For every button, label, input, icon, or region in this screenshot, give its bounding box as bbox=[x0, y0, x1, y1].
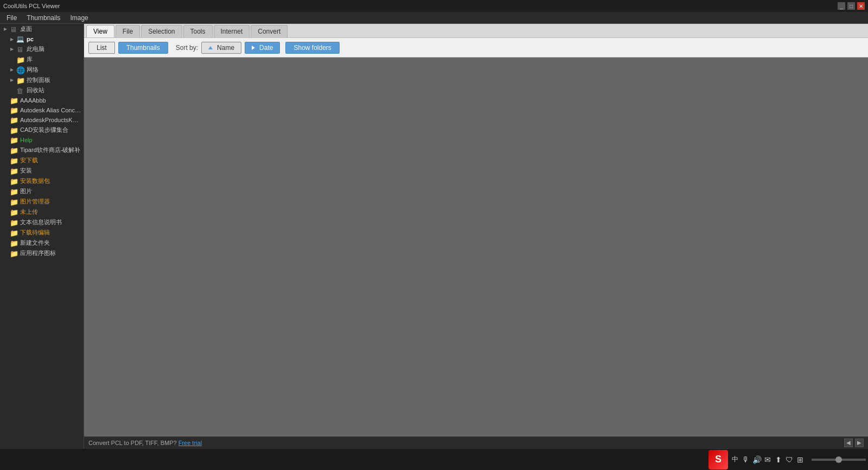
sidebar-item-newfolder[interactable]: 📁 新建文件夹 bbox=[0, 238, 84, 248]
sort-by-label: Sort by: bbox=[176, 44, 198, 52]
menu-file[interactable]: File bbox=[2, 13, 21, 23]
free-trial-link[interactable]: Free trial bbox=[178, 440, 202, 446]
taskbar-icon-grid[interactable]: ⊞ bbox=[795, 455, 805, 465]
sidebar-label-pc: pc bbox=[27, 36, 34, 42]
sidebar-item-autodesk-alias[interactable]: 📁 Autodesk Alias Concept 20 bbox=[0, 105, 84, 115]
tab-view[interactable]: View bbox=[86, 25, 114, 37]
zoom-thumb bbox=[835, 456, 842, 463]
sidebar-item-installpkg[interactable]: 📁 安装数据包 bbox=[0, 176, 84, 186]
list-view-button[interactable]: List bbox=[88, 42, 115, 54]
sidebar-label-install: 安装 bbox=[20, 167, 32, 175]
sidebar-item-cad[interactable]: 📁 CAD安装步骤集合 bbox=[0, 125, 84, 135]
sidebar-label-picmanager: 图片管理器 bbox=[20, 198, 50, 206]
toggle-icon: ▶ bbox=[2, 26, 9, 33]
folder-icon: 📁 bbox=[10, 177, 18, 185]
sort-name-button[interactable]: Name bbox=[201, 42, 241, 54]
sidebar-item-autodesk-keygen[interactable]: 📁 AutodeskProductsKeyGen3 bbox=[0, 115, 84, 125]
toggle-placeholder bbox=[2, 137, 9, 143]
tab-bar: View File Selection Tools Internet Conve… bbox=[84, 24, 868, 38]
tab-file[interactable]: File bbox=[116, 25, 140, 37]
toggle-placeholder bbox=[2, 117, 9, 123]
file-area bbox=[84, 58, 868, 436]
folder-icon: 📁 bbox=[10, 97, 18, 104]
sogou-icon[interactable]: S bbox=[709, 450, 728, 469]
sidebar-item-pc[interactable]: ▶ 💻 pc bbox=[0, 34, 84, 44]
sort-date-button[interactable]: Date bbox=[245, 42, 280, 54]
thumbnails-view-button[interactable]: Thumbnails bbox=[118, 42, 168, 54]
tab-selection[interactable]: Selection bbox=[141, 25, 182, 37]
sidebar-label-appicons: 应用程序图标 bbox=[20, 249, 56, 257]
sidebar-item-download[interactable]: 📁 安下载 bbox=[0, 155, 84, 166]
sidebar-item-tipard[interactable]: 📁 Tipard软件商店-破解补 bbox=[0, 145, 84, 155]
folder-icon: 📁 bbox=[10, 136, 18, 144]
toggle-placeholder bbox=[2, 230, 9, 236]
sort-date-label: Date bbox=[259, 44, 273, 52]
sidebar-item-pictures[interactable]: 📁 图片 bbox=[0, 186, 84, 196]
sidebar-item-desktop[interactable]: ▶ 🖥 桌面 bbox=[0, 24, 84, 34]
sidebar-label-downloadedit: 下载待编辑 bbox=[20, 228, 50, 237]
taskbar: S 中 🎙 🔊 ✉ ⬆ 🛡 ⊞ bbox=[0, 448, 868, 470]
content-toolbar: List Thumbnails Sort by: Name Date Show … bbox=[84, 38, 868, 58]
taskbar-icon-upload[interactable]: ⬆ bbox=[774, 455, 783, 465]
sidebar-label-autodesk-keygen: AutodeskProductsKeyGen3 bbox=[20, 117, 81, 123]
show-folders-button[interactable]: Show folders bbox=[285, 42, 339, 54]
taskbar-icon-shield[interactable]: 🛡 bbox=[784, 455, 794, 465]
sidebar-item-help[interactable]: 📁 Help bbox=[0, 135, 84, 145]
sidebar-item-install[interactable]: 📁 安装 bbox=[0, 166, 84, 176]
toggle-placeholder bbox=[2, 209, 9, 215]
sidebar-label-help: Help bbox=[20, 137, 33, 143]
toggle-placeholder bbox=[9, 87, 15, 94]
toggle-icon: ▶ bbox=[9, 77, 15, 84]
toggle-placeholder bbox=[2, 219, 9, 226]
sidebar-label-tipard: Tipard软件商店-破解补 bbox=[20, 146, 80, 154]
folder-icon: 🖥 bbox=[16, 46, 25, 53]
arrow-up-icon bbox=[208, 46, 213, 49]
folder-icon: 📁 bbox=[10, 188, 18, 195]
toggle-placeholder bbox=[2, 157, 9, 164]
bottom-nav: ◀ ▶ bbox=[844, 439, 864, 447]
tab-internet[interactable]: Internet bbox=[214, 25, 250, 37]
sidebar-label-desktop: 桌面 bbox=[20, 25, 32, 33]
taskbar-icon-mic[interactable]: 🎙 bbox=[741, 455, 751, 465]
taskbar-icon-speaker[interactable]: 🔊 bbox=[752, 455, 762, 465]
sidebar-item-picmanager[interactable]: 📁 图片管理器 bbox=[0, 196, 84, 207]
sidebar-item-thispc[interactable]: ▶ 🖥 此电脑 bbox=[0, 44, 84, 54]
menu-image[interactable]: Image bbox=[66, 13, 92, 23]
tab-tools[interactable]: Tools bbox=[183, 25, 213, 37]
content-area: View File Selection Tools Internet Conve… bbox=[84, 24, 868, 448]
folder-icon: 📁 bbox=[10, 167, 18, 175]
sidebar-item-notuploaded[interactable]: 📁 未上传 bbox=[0, 207, 84, 217]
taskbar-icon-zh[interactable]: 中 bbox=[730, 455, 740, 465]
sidebar-label-textinfo: 文本信息说明书 bbox=[20, 218, 62, 226]
nav-left-arrow[interactable]: ◀ bbox=[844, 439, 853, 447]
folder-icon: 📁 bbox=[10, 106, 18, 114]
zoom-track[interactable] bbox=[812, 459, 866, 461]
folder-icon: 📁 bbox=[10, 239, 18, 247]
toggle-icon: ▶ bbox=[9, 67, 15, 73]
folder-icon: 📁 bbox=[10, 208, 18, 216]
sidebar-item-textinfo[interactable]: 📁 文本信息说明书 bbox=[0, 217, 84, 227]
sidebar-item-aaaabbb[interactable]: 📁 AAAAbbb bbox=[0, 96, 84, 105]
sort-name-label: Name bbox=[217, 44, 234, 52]
maximize-button[interactable]: □ bbox=[847, 2, 855, 10]
sidebar-item-appicons[interactable]: 📁 应用程序图标 bbox=[0, 248, 84, 258]
minimize-button[interactable]: _ bbox=[838, 2, 845, 10]
folder-icon: 📁 bbox=[10, 157, 18, 164]
sidebar-item-library[interactable]: 📁 库 bbox=[0, 54, 84, 65]
sidebar-label-controlpanel: 控制面板 bbox=[27, 76, 50, 84]
sidebar-label-download: 安下载 bbox=[20, 156, 38, 164]
sidebar-item-downloadedit[interactable]: 📁 下载待编辑 bbox=[0, 227, 84, 238]
sidebar-label-library: 库 bbox=[27, 55, 33, 63]
sidebar-item-controlpanel[interactable]: ▶ 📁 控制面板 bbox=[0, 75, 84, 85]
nav-right-arrow[interactable]: ▶ bbox=[855, 439, 864, 447]
tab-convert[interactable]: Convert bbox=[251, 25, 288, 37]
main-layout: ▶ 🖥 桌面 ▶ 💻 pc ▶ 🖥 此电脑 📁 bbox=[0, 24, 868, 448]
close-button[interactable]: ✕ bbox=[857, 2, 865, 10]
menu-thumbnails[interactable]: Thumbnails bbox=[22, 13, 65, 23]
sidebar-item-recycle[interactable]: 🗑 回收站 bbox=[0, 85, 84, 96]
toggle-placeholder bbox=[2, 240, 9, 246]
taskbar-icon-mail[interactable]: ✉ bbox=[763, 455, 773, 465]
pc-icon: 💻 bbox=[16, 35, 25, 43]
toggle-placeholder bbox=[2, 97, 9, 104]
sidebar-item-network[interactable]: ▶ 🌐 网络 bbox=[0, 65, 84, 75]
